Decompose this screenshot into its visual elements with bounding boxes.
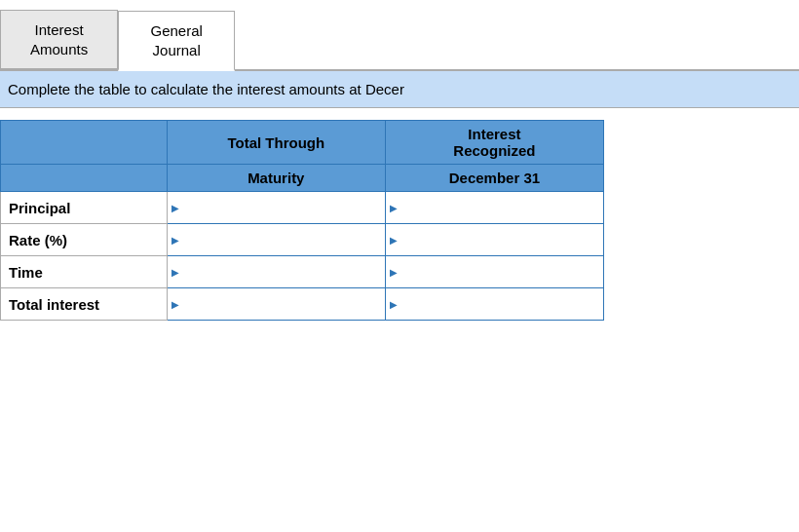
time-col3-input[interactable] bbox=[386, 256, 603, 287]
instruction-text: Complete the table to calculate the inte… bbox=[8, 81, 404, 97]
principal-col3-input[interactable] bbox=[386, 192, 603, 223]
total-interest-col2-cell[interactable] bbox=[167, 288, 385, 321]
table-row: Total interest bbox=[1, 288, 604, 321]
total-interest-col3-cell[interactable] bbox=[385, 288, 603, 321]
rate-col2-cell[interactable] bbox=[167, 224, 385, 256]
tab-interest-amounts-label: Interest Amounts bbox=[30, 21, 88, 57]
principal-col2-input[interactable] bbox=[168, 192, 385, 223]
principal-col2-cell[interactable] bbox=[167, 192, 385, 224]
instruction-bar: Complete the table to calculate the inte… bbox=[0, 71, 799, 108]
col3-header-row1: Interest Recognized bbox=[385, 121, 603, 165]
table-row: Time bbox=[1, 256, 604, 288]
total-interest-col3-input[interactable] bbox=[386, 288, 603, 320]
principal-col3-cell[interactable] bbox=[385, 192, 603, 224]
interest-table-container: Total Through Interest Recognized Maturi… bbox=[0, 108, 799, 321]
rate-col2-input[interactable] bbox=[168, 224, 385, 255]
table-row: Principal bbox=[1, 192, 604, 224]
col3-header-row2: December 31 bbox=[385, 165, 603, 192]
col1-header-row1 bbox=[1, 121, 168, 165]
tab-interest-amounts[interactable]: Interest Amounts bbox=[0, 10, 118, 69]
col2-header-row1: Total Through bbox=[167, 121, 385, 165]
rate-col3-cell[interactable] bbox=[385, 224, 603, 256]
row-label-total-interest: Total interest bbox=[1, 288, 168, 321]
table-row: Rate (%) bbox=[1, 224, 604, 256]
total-interest-col2-input[interactable] bbox=[168, 288, 385, 320]
row-label-principal: Principal bbox=[1, 192, 168, 224]
row-label-rate: Rate (%) bbox=[1, 224, 168, 256]
rate-col3-input[interactable] bbox=[386, 224, 603, 255]
time-col2-input[interactable] bbox=[168, 256, 385, 287]
tab-general-journal[interactable]: General Journal bbox=[118, 11, 235, 71]
interest-table: Total Through Interest Recognized Maturi… bbox=[0, 120, 604, 321]
col2-header-row2: Maturity bbox=[167, 165, 385, 192]
tab-bar: Interest Amounts General Journal bbox=[0, 0, 799, 71]
time-col2-cell[interactable] bbox=[167, 256, 385, 288]
row-label-time: Time bbox=[1, 256, 168, 288]
time-col3-cell[interactable] bbox=[385, 256, 603, 288]
tab-general-journal-label: General Journal bbox=[151, 22, 203, 58]
col1-header-row2 bbox=[1, 165, 168, 192]
